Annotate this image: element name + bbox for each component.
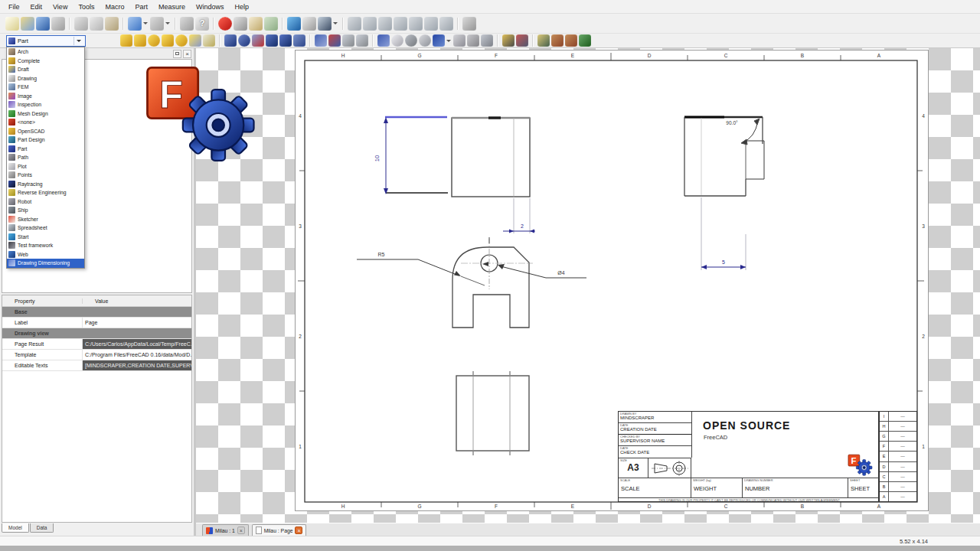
cross-sections-icon[interactable] (419, 34, 431, 47)
part-cylinder-icon[interactable] (134, 34, 146, 47)
drawing-page[interactable]: 10 2 (295, 50, 929, 511)
dock-float-button[interactable] (173, 50, 181, 58)
property-row[interactable]: Editable Texts [MINDSCRAPER,CREATION DAT… (2, 360, 191, 371)
property-row[interactable]: Label Page (2, 318, 191, 328)
workbench-item-image[interactable]: Image (7, 92, 84, 101)
workbench-item-robot[interactable]: Robot (7, 197, 84, 207)
view-bottom[interactable] (456, 371, 529, 455)
view-rear-icon[interactable] (409, 17, 423, 31)
menu-part[interactable]: Part (129, 2, 153, 12)
view-top-right[interactable]: 90.0° 5 (684, 117, 764, 270)
dd-dimension2-icon[interactable] (565, 34, 577, 47)
part-sphere-icon[interactable] (148, 34, 160, 47)
toolbar-icon[interactable] (175, 18, 176, 30)
dd-dimension-icon[interactable] (551, 34, 564, 47)
open-file-icon[interactable] (21, 17, 34, 31)
workbench-item-drawing[interactable]: Drawing (7, 74, 84, 83)
cut-icon[interactable] (74, 17, 88, 31)
property-row[interactable]: Template C:/Program Files/FreeCAD 0.16/d… (2, 350, 191, 360)
workbench-item-test-framework[interactable]: Test framework (7, 241, 84, 250)
workbench-item-fem[interactable]: FEM (7, 83, 84, 92)
whats-this-icon[interactable]: ? (195, 17, 209, 31)
dd-draw-view-icon[interactable] (537, 34, 550, 47)
menu-help[interactable]: Help (229, 2, 254, 12)
view-left-icon[interactable] (439, 17, 453, 31)
new-file-icon[interactable] (5, 17, 19, 31)
macro-play-icon[interactable] (264, 17, 278, 31)
macro-stop-icon[interactable] (234, 17, 247, 31)
workbench-item-ship[interactable]: Ship (7, 206, 84, 215)
paste-icon[interactable] (105, 17, 119, 31)
view-top-icon[interactable] (378, 17, 392, 31)
menu-view[interactable]: View (47, 2, 73, 12)
workbench-item-spreadsheet[interactable]: Spreadsheet (7, 223, 84, 233)
revolve-icon[interactable] (238, 34, 250, 47)
chamfer-icon[interactable] (279, 34, 292, 47)
workbench-item-part-design[interactable]: Part Design (7, 135, 84, 145)
refresh-icon[interactable] (180, 17, 194, 31)
toolbar-icon[interactable] (497, 34, 498, 47)
toolbar-icon[interactable] (219, 34, 220, 47)
menu-windows[interactable]: Windows (191, 2, 230, 12)
check-geometry-icon[interactable] (502, 34, 514, 47)
menu-measure[interactable]: Measure (153, 2, 191, 12)
thickness-icon[interactable] (481, 34, 493, 47)
document-area[interactable]: 10 2 (196, 48, 980, 523)
property-row[interactable]: Page Result C:/Users/Carlos/AppData/Loca… (2, 339, 191, 350)
menu-edit[interactable]: Edit (25, 2, 48, 12)
view-front-icon[interactable] (363, 17, 377, 31)
toolbar-icon[interactable] (309, 34, 311, 47)
redo-icon[interactable] (150, 17, 164, 31)
mdi-tab-3d-view[interactable]: Milau : 1 × (202, 524, 249, 536)
workbench-selector[interactable]: Part (6, 35, 86, 47)
tab-close-icon[interactable]: × (237, 527, 245, 534)
zoom-icon[interactable] (302, 17, 316, 31)
workbench-item-plot[interactable]: Plot (7, 162, 84, 171)
sweep-icon[interactable] (315, 34, 327, 47)
measure-icon[interactable] (462, 17, 476, 31)
defeaturing-icon[interactable] (516, 34, 528, 47)
workbench-item-points[interactable]: Points (7, 171, 84, 180)
dock-close-button[interactable]: × (183, 50, 191, 58)
workbench-item-draft[interactable]: Draft (7, 65, 84, 74)
toolbar-icon[interactable] (372, 34, 374, 47)
view-front[interactable]: R5 Ø4 (357, 239, 586, 328)
view-axonometric-icon[interactable] (348, 17, 361, 31)
save-icon[interactable] (36, 17, 50, 31)
view-bottom-icon[interactable] (424, 17, 438, 31)
macro-edit-icon[interactable] (249, 17, 263, 31)
boolean-union-icon[interactable] (377, 34, 390, 47)
chevron-down-icon[interactable] (74, 37, 83, 45)
tab-data[interactable]: Data (30, 523, 54, 533)
shape-builder-icon[interactable] (203, 34, 215, 47)
workbench-item-mesh-design[interactable]: Mesh Design (7, 109, 84, 119)
menu-tools[interactable]: Tools (73, 2, 100, 12)
tab-close-icon[interactable]: × (295, 527, 302, 534)
macro-record-icon[interactable] (218, 17, 232, 31)
part-cone-icon[interactable] (162, 34, 174, 47)
property-row[interactable]: Drawing view (2, 328, 191, 339)
view-right-icon[interactable] (394, 17, 407, 31)
section-icon[interactable] (328, 34, 341, 47)
workbench-item-arch[interactable]: Arch (7, 47, 84, 57)
compound-icon[interactable] (433, 34, 445, 47)
workbench-item-openscad[interactable]: OpenSCAD (7, 127, 84, 136)
toolbar-icon[interactable] (457, 18, 459, 30)
draw-style-icon[interactable] (318, 17, 332, 31)
intersection-icon[interactable] (453, 34, 466, 47)
fillet-icon[interactable] (266, 34, 278, 47)
loft-icon[interactable] (342, 34, 354, 47)
tab-model[interactable]: Model (2, 523, 29, 533)
menu-file[interactable]: File (3, 2, 25, 12)
undo-icon[interactable] (128, 17, 142, 31)
extrude-icon[interactable] (224, 34, 237, 47)
offset-icon[interactable] (356, 34, 368, 47)
workbench-item-drawing-dimensioning[interactable]: Drawing Dimensioning (7, 259, 84, 268)
zoom-fit-icon[interactable] (287, 17, 301, 31)
property-row[interactable]: Base (2, 307, 191, 318)
ruled-surface-icon[interactable] (293, 34, 305, 47)
menu-macro[interactable]: Macro (100, 2, 129, 12)
workbench-item-path[interactable]: Path (7, 153, 84, 162)
mdi-tab-drawing-page[interactable]: Milau : Page × (252, 524, 307, 536)
workbench-item-inspection[interactable]: Inspection (7, 100, 84, 109)
